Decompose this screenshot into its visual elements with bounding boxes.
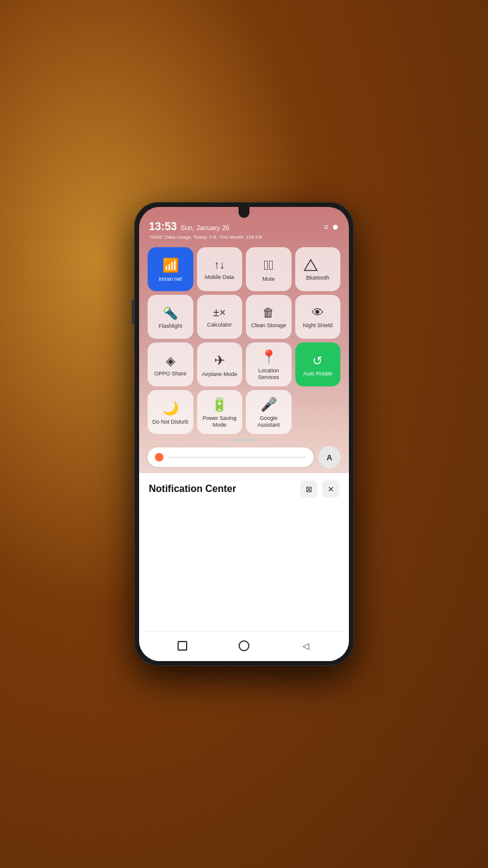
clean-storage-icon: 🗑 xyxy=(262,306,274,320)
bottom-nav: ◁ xyxy=(139,631,349,661)
tile-night-shield-label: Night Shield xyxy=(303,322,332,329)
tile-oppo-share-label: OPPO Share xyxy=(154,371,187,377)
wifi-icon: 📶 xyxy=(162,258,179,273)
tile-auto-rotate-label: Auto Rotate xyxy=(303,371,332,377)
tile-mobile-data-label: Mobile Data xyxy=(205,274,234,281)
brightness-track xyxy=(168,457,306,458)
tile-oppo-share[interactable]: ◈ OPPO Share xyxy=(148,342,193,386)
tile-airplane-label: Airplane Mode xyxy=(202,371,237,378)
notif-clear-button[interactable]: ✕ xyxy=(322,480,339,497)
airplane-icon: ✈ xyxy=(214,353,225,369)
location-icon: 📍 xyxy=(260,349,277,365)
tile-night-shield[interactable]: 👁 Night Shield xyxy=(295,295,341,339)
tile-location-label: Location Services xyxy=(248,367,289,381)
tile-wifi[interactable]: 📶 Imran net xyxy=(148,247,193,291)
tile-flashlight[interactable]: 🔦 Flashlight xyxy=(148,295,193,339)
tile-google-assistant-label: Google Assistant xyxy=(248,415,289,429)
auto-rotate-icon: ↺ xyxy=(312,353,323,368)
notch xyxy=(239,207,249,218)
tile-clean-storage-label: Clean Storage xyxy=(251,322,286,329)
tile-power-saving[interactable]: 🔋 Power Saving Mode xyxy=(197,390,243,434)
oppo-share-icon: ◈ xyxy=(166,353,175,368)
notif-list-button[interactable]: ⊠ xyxy=(300,480,317,497)
tile-flashlight-label: Flashlight xyxy=(159,323,182,330)
flashlight-icon: 🔦 xyxy=(163,306,178,320)
mute-icon: 🔔⃠ xyxy=(264,258,273,273)
night-shield-icon: 👁 xyxy=(312,306,324,320)
mobile-data-icon: ↑↓ xyxy=(214,259,225,272)
screen-content: 13:53 Sun, January 26 "SIM2" Data Usage,… xyxy=(139,207,349,661)
phone-frame: 13:53 Sun, January 26 "SIM2" Data Usage,… xyxy=(134,202,354,666)
recents-icon xyxy=(178,641,187,651)
home-button[interactable] xyxy=(237,639,251,653)
notif-header: Notification Center ⊠ ✕ xyxy=(149,480,339,497)
clock: 13:53 xyxy=(149,220,177,233)
tile-airplane[interactable]: ✈ Airplane Mode xyxy=(197,342,243,386)
tiles-row-1: 📶 Imran net ↑↓ Mobile Data 🔔⃠ Mute ⃤ Blu… xyxy=(148,247,340,291)
quick-tiles: 📶 Imran net ↑↓ Mobile Data 🔔⃠ Mute ⃤ Blu… xyxy=(139,242,349,439)
tile-bluetooth-label: Bluetooth xyxy=(306,275,329,281)
phone-screen: 13:53 Sun, January 26 "SIM2" Data Usage,… xyxy=(139,207,349,661)
tile-dnd-label: Do Not Disturb xyxy=(152,419,188,425)
time-row: 13:53 Sun, January 26 xyxy=(149,220,262,233)
back-button[interactable]: ◁ xyxy=(299,639,312,653)
tile-dnd[interactable]: 🌙 Do Not Disturb xyxy=(148,390,193,434)
data-usage: "SIM2" Data Usage, Today: 0 B, This Mont… xyxy=(149,234,262,240)
tile-bluetooth[interactable]: ⃤ Bluetooth xyxy=(295,247,341,291)
tile-mute-label: Mute xyxy=(262,276,274,283)
tile-mobile-data[interactable]: ↑↓ Mobile Data xyxy=(197,247,243,291)
status-icons: ≡ ⏺ xyxy=(324,220,339,231)
tile-calculator-label: Calculator xyxy=(207,322,232,328)
tile-google-assistant[interactable]: 🎤 Google Assistant xyxy=(246,390,292,434)
side-button[interactable] xyxy=(132,300,134,324)
notif-title: Notification Center xyxy=(149,483,236,494)
back-icon: ◁ xyxy=(303,641,309,651)
date: Sun, January 26 xyxy=(181,224,229,231)
tile-auto-rotate[interactable]: ↺ Auto Rotate xyxy=(295,342,341,386)
drag-indicator xyxy=(232,439,256,441)
tiles-row-4: 🌙 Do Not Disturb 🔋 Power Saving Mode 🎤 G… xyxy=(148,390,340,434)
status-left: 13:53 Sun, January 26 "SIM2" Data Usage,… xyxy=(149,220,262,240)
tile-wifi-label: Imran net xyxy=(159,276,182,283)
brightness-row: A xyxy=(139,444,349,471)
dnd-icon: 🌙 xyxy=(162,400,179,416)
notif-actions: ⊠ ✕ xyxy=(300,480,339,497)
tile-calculator[interactable]: ±× Calculator xyxy=(197,295,243,339)
calculator-icon: ±× xyxy=(214,306,226,319)
font-size-button[interactable]: A xyxy=(318,446,340,468)
recents-button[interactable] xyxy=(176,639,189,653)
brightness-dot xyxy=(155,453,163,461)
tile-location[interactable]: 📍 Location Services xyxy=(246,342,292,386)
home-icon xyxy=(239,640,249,651)
tile-power-saving-label: Power Saving Mode xyxy=(199,415,240,429)
tiles-row-3: ◈ OPPO Share ✈ Airplane Mode 📍 Location … xyxy=(148,342,340,386)
tiles-row-2: 🔦 Flashlight ±× Calculator 🗑 Clean Stora… xyxy=(148,295,340,339)
google-assistant-icon: 🎤 xyxy=(260,397,277,413)
brightness-slider[interactable] xyxy=(148,447,314,467)
record-icon: ⏺ xyxy=(332,223,339,231)
notification-center: Notification Center ⊠ ✕ xyxy=(139,473,349,631)
menu-icon: ≡ xyxy=(324,223,328,231)
power-saving-icon: 🔋 xyxy=(211,397,228,413)
tile-mute[interactable]: 🔔⃠ Mute xyxy=(246,247,292,291)
tile-clean-storage[interactable]: 🗑 Clean Storage xyxy=(246,295,292,339)
